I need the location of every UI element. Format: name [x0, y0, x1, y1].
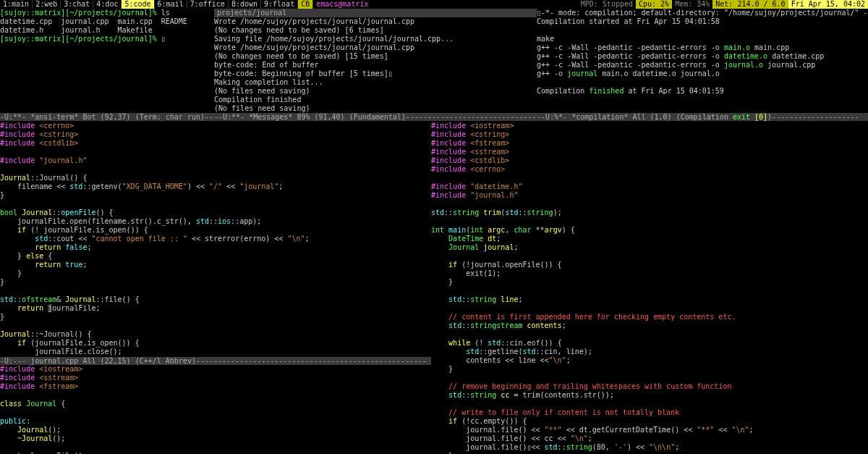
pane-journal-h[interactable]: #include <iostream> #include <sstream> #…: [0, 365, 431, 454]
cpu-status: Cpu: 2%: [636, 0, 672, 9]
tab-chat[interactable]: 3:chat: [61, 0, 93, 9]
tab-code[interactable]: 5:code: [122, 0, 154, 9]
mpd-status: MPD: Stopped: [578, 0, 636, 9]
modeline-messages: --U:**- *Messages* 89% (91,40) (Fundamen…: [214, 113, 537, 121]
modeline-journal-cpp: -U:--- journal.cpp All (22,15) (C++/l Ab…: [0, 357, 431, 365]
tab-office[interactable]: 7:office: [187, 0, 229, 9]
messages-title: projects/journal: [214, 9, 537, 17]
tab-down[interactable]: 8:down: [229, 0, 261, 9]
pane-journal-cpp[interactable]: #include <cerrno> #include <cstring> #in…: [0, 122, 431, 357]
mem-status: Mem: 34%: [672, 0, 712, 9]
tab-web[interactable]: 2:web: [33, 0, 61, 9]
pane-terminal[interactable]: [sujoy::matrix][~/projects/journal]% ls …: [0, 9, 214, 113]
cb-indicator: CB: [298, 0, 313, 9]
tab-doc[interactable]: 4:doc: [93, 0, 122, 9]
net-status: Net: 214.0 / 6.0: [712, 0, 788, 9]
tab-main[interactable]: 1:main: [0, 0, 33, 9]
clock: Fri Apr 15, 04:02: [788, 0, 868, 9]
app-title: emacs@matrix: [313, 0, 371, 9]
window-tab-bar: 1:main 2:web 3:chat 4:doc 5:code 6:mail …: [0, 0, 868, 9]
tab-mail[interactable]: 6:mail: [155, 0, 187, 9]
tab-float[interactable]: 9:float: [261, 0, 298, 9]
status-right: MPD: Stopped Cpu: 2% Mem: 34% Net: 214.0…: [578, 0, 868, 9]
pane-main-cpp[interactable]: #include <iostream> #include <cstring> #…: [431, 122, 868, 454]
modeline-compilation: --U:%*- *compilation* All (1,0) (Compila…: [537, 113, 868, 121]
pane-messages[interactable]: projects/journalWrote /home/sujoy/projec…: [214, 9, 537, 113]
pane-compilation[interactable]: ▯-*- mode: compilation; default-director…: [537, 9, 868, 113]
modeline-term: -U:**- *ansi-term* Bot (92,37) (Term: ch…: [0, 113, 214, 121]
